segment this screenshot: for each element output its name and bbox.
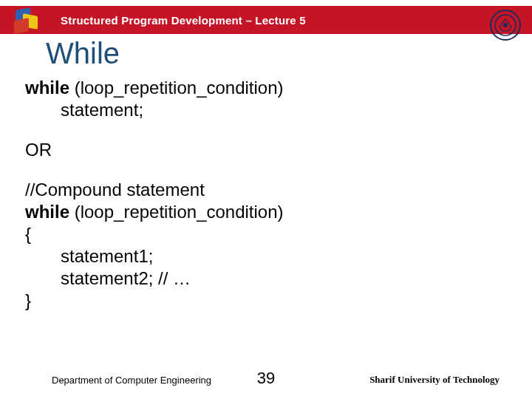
slide: Structured Program Development – Lecture… <box>0 0 532 399</box>
footer-university: Sharif University of Technology <box>369 374 499 386</box>
code-line: statement1; <box>25 245 507 267</box>
code-brace-close: } <box>25 290 507 312</box>
code-line: statement2; // … <box>25 267 507 290</box>
slide-body: while (loop_repetition_condition) statem… <box>25 77 507 312</box>
slide-heading: While <box>46 37 120 70</box>
keyword-while: while <box>25 202 75 222</box>
code-line: while (loop_repetition_condition) <box>25 77 507 99</box>
code-comment: //Compound statement <box>25 179 507 201</box>
footer: Department of Computer Engineering 39 Sh… <box>0 374 532 386</box>
code-line: statement; <box>25 99 507 121</box>
code-text: (loop_repetition_condition) <box>75 78 284 98</box>
code-line: while (loop_repetition_condition) <box>25 201 507 223</box>
svg-point-2 <box>503 23 508 27</box>
logo-box <box>0 6 50 34</box>
header-bar: Structured Program Development – Lecture… <box>0 6 532 34</box>
code-or: OR <box>25 139 507 161</box>
code-brace-open: { <box>25 223 507 245</box>
code-text: (loop_repetition_condition) <box>75 202 284 222</box>
university-seal-icon <box>489 9 522 41</box>
lecture-title: Structured Program Development – Lecture… <box>50 14 306 27</box>
footer-department: Department of Computer Engineering <box>52 375 211 386</box>
keyword-while: while <box>25 78 75 98</box>
cube-icon <box>13 7 38 33</box>
page-number: 39 <box>257 369 275 388</box>
